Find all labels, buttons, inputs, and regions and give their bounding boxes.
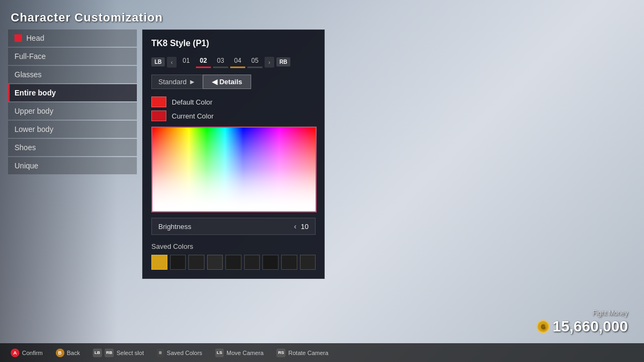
- select-slot-group[interactable]: LB RB Select slot: [93, 349, 144, 357]
- select-slot-label: Select slot: [116, 350, 144, 356]
- style-01-wrap: 01: [179, 56, 194, 68]
- default-color-swatch[interactable]: [151, 97, 166, 107]
- saved-colors-section: Saved Colors: [151, 242, 316, 270]
- bottom-bar: A Confirm B Back LB RB Select slot ≡ Sav…: [0, 343, 644, 362]
- saved-colors-row: [151, 255, 316, 270]
- tab-details[interactable]: ◀ Details: [203, 75, 252, 89]
- sidebar-item-label: Head: [26, 34, 44, 42]
- customization-panel: TK8 Style (P1) LB ‹ 01 02 03 04 05 › RB: [142, 29, 325, 279]
- tab-standard-arrow: ►: [189, 78, 196, 86]
- sidebar-item-shoes[interactable]: Shoes: [8, 139, 137, 156]
- next-style-button[interactable]: ›: [265, 57, 274, 68]
- saved-color-1[interactable]: [170, 255, 186, 270]
- panel-title: TK8 Style (P1): [151, 39, 316, 48]
- saved-color-6[interactable]: [262, 255, 279, 270]
- tab-standard-label: Standard: [158, 78, 187, 86]
- brightness-label: Brightness: [158, 223, 191, 231]
- back-button-group[interactable]: B Back: [56, 349, 80, 357]
- style-num-02[interactable]: 02: [197, 56, 209, 65]
- saved-color-7[interactable]: [281, 255, 297, 270]
- saved-color-5[interactable]: [244, 255, 260, 270]
- lb-button[interactable]: LB: [151, 57, 165, 67]
- a-button-icon: A: [11, 349, 19, 357]
- move-camera-label: Move Camera: [226, 350, 264, 356]
- style-num-05[interactable]: 05: [249, 56, 260, 65]
- brightness-controls: ‹ 10: [294, 222, 309, 231]
- style-selector: LB ‹ 01 02 03 04 05 › RB: [151, 56, 316, 68]
- rb-icon: RB: [105, 349, 114, 357]
- move-camera-group[interactable]: LS Move Camera: [215, 349, 264, 357]
- color-picker[interactable]: [151, 127, 317, 212]
- style-bar-02: [196, 67, 211, 68]
- ls-icon: LS: [215, 349, 224, 357]
- fight-money-amount: G 15,660,000: [537, 318, 628, 335]
- confirm-label: Confirm: [22, 350, 43, 356]
- sidebar-item-label: Full-Face: [14, 52, 46, 61]
- sidebar: Head Full-Face Glasses Entire body Upper…: [8, 29, 137, 175]
- sidebar-item-entire-body[interactable]: Entire body: [8, 84, 137, 101]
- saved-colors-group[interactable]: ≡ Saved Colors: [157, 349, 202, 357]
- style-04-wrap: 04: [230, 56, 245, 68]
- menu-icon: ≡: [157, 349, 164, 357]
- sidebar-item-label: Entire body: [14, 88, 56, 97]
- sidebar-item-label: Glasses: [14, 70, 42, 79]
- sidebar-item-label: Unique: [14, 161, 38, 170]
- style-bar-05: [247, 67, 262, 68]
- sidebar-item-full-face[interactable]: Full-Face: [8, 48, 137, 65]
- rotate-camera-group[interactable]: RS Rotate Camera: [276, 349, 328, 357]
- prev-style-button[interactable]: ‹: [167, 57, 177, 68]
- head-icon: [14, 34, 22, 42]
- default-color-row: Default Color: [151, 97, 316, 107]
- style-bar-01: [179, 67, 194, 68]
- style-bar-03: [213, 67, 228, 68]
- current-color-label: Current Color: [172, 112, 214, 120]
- default-color-label: Default Color: [172, 98, 213, 106]
- fight-money-value: 15,660,000: [553, 318, 628, 335]
- tab-row: Standard ► ◀ Details: [151, 75, 316, 89]
- style-bar-04: [230, 67, 245, 68]
- saved-color-2[interactable]: [188, 255, 204, 270]
- style-02-wrap: 02: [196, 56, 211, 68]
- gold-coin-icon: G: [537, 320, 550, 333]
- sidebar-item-glasses[interactable]: Glasses: [8, 66, 137, 83]
- confirm-button-group[interactable]: A Confirm: [11, 349, 43, 357]
- sidebar-item-label: Upper body: [14, 107, 53, 115]
- brightness-value: 10: [301, 223, 309, 231]
- tab-left-arrow: ◀: [212, 78, 217, 86]
- brightness-decrease-button[interactable]: ‹: [294, 222, 297, 231]
- sidebar-item-upper-body[interactable]: Upper body: [8, 102, 137, 120]
- sidebar-item-lower-body[interactable]: Lower body: [8, 121, 137, 138]
- current-color-swatch[interactable]: [151, 110, 166, 121]
- sidebar-item-head[interactable]: Head: [8, 29, 137, 47]
- style-num-04[interactable]: 04: [232, 56, 243, 65]
- brightness-row: Brightness ‹ 10: [151, 218, 316, 235]
- fight-money-label: Fight Money: [537, 309, 628, 317]
- tab-standard[interactable]: Standard ►: [151, 75, 203, 89]
- saved-color-3[interactable]: [207, 255, 223, 270]
- fight-money-section: Fight Money G 15,660,000: [537, 309, 628, 335]
- saved-color-8[interactable]: [300, 255, 316, 270]
- sidebar-item-unique[interactable]: Unique: [8, 157, 137, 174]
- style-num-03[interactable]: 03: [215, 56, 226, 65]
- current-color-row: Current Color: [151, 110, 316, 121]
- color-gradient: [152, 128, 316, 211]
- saved-colors-label: Saved Colors: [151, 242, 316, 250]
- rotate-camera-label: Rotate Camera: [288, 350, 328, 356]
- rs-icon: RS: [276, 349, 286, 357]
- saved-colors-bottom-label: Saved Colors: [167, 350, 202, 356]
- rb-button[interactable]: RB: [276, 57, 290, 67]
- page-title: Character Customization: [11, 11, 163, 25]
- style-num-01[interactable]: 01: [180, 56, 192, 65]
- b-button-icon: B: [56, 349, 64, 357]
- style-05-wrap: 05: [247, 56, 262, 68]
- saved-color-4[interactable]: [225, 255, 241, 270]
- sidebar-item-label: Lower body: [14, 125, 53, 134]
- saved-color-0[interactable]: [151, 255, 167, 270]
- lb-icon: LB: [93, 349, 102, 357]
- style-03-wrap: 03: [213, 56, 228, 68]
- tab-details-label: Details: [219, 78, 243, 86]
- back-label: Back: [67, 350, 80, 356]
- sidebar-item-label: Shoes: [14, 143, 36, 152]
